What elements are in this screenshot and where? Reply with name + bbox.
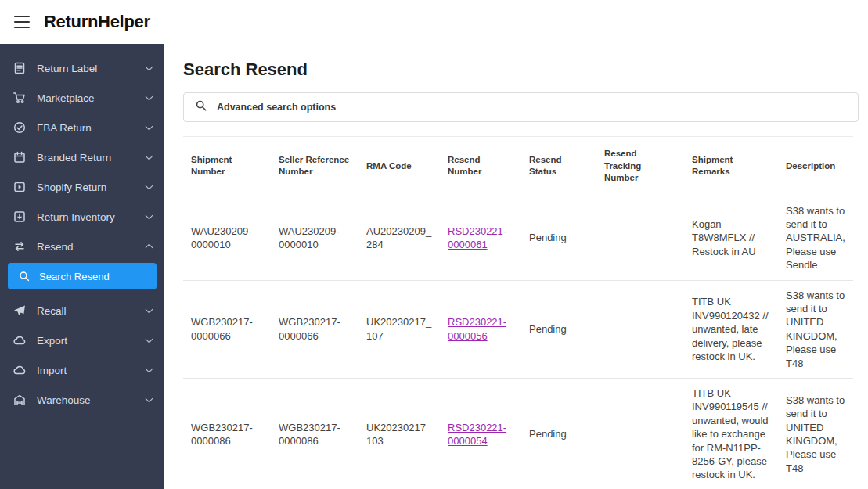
resend-table: Shipment NumberSeller Reference NumberRM… [183, 136, 853, 489]
cell-resend-status: Pending [521, 379, 596, 489]
col-header-resend-number: Resend Number [440, 137, 521, 196]
table-row: WGB230217-0000086WGB230217-0000086UK2023… [183, 379, 853, 489]
main-content: Search Resend Advanced search options Sh… [164, 44, 868, 489]
resend-table-wrap: Shipment NumberSeller Reference NumberRM… [183, 136, 863, 489]
import-cloud-icon [13, 363, 27, 377]
marketplace-cart-icon [13, 91, 27, 105]
chevron-down-icon [146, 306, 153, 314]
sidebar-item-export[interactable]: Export [0, 325, 164, 355]
export-cloud-icon [13, 333, 27, 347]
sidebar-item-label: Marketplace [37, 92, 95, 104]
chevron-down-icon [146, 212, 153, 220]
cell-seller-reference-number: WGB230217-0000066 [271, 280, 358, 378]
advanced-search-bar[interactable]: Advanced search options [183, 92, 859, 122]
resend-number-link[interactable]: RSD230221-0000061 [448, 225, 506, 250]
sidebar-item-label: Export [37, 335, 67, 347]
cell-shipment-number: WAU230209-0000010 [183, 196, 271, 280]
topbar: ReturnHelper [0, 0, 868, 44]
table-row: WGB230217-0000066WGB230217-0000066UK2023… [183, 280, 853, 378]
sidebar-item-fba-return[interactable]: FBA Return [0, 113, 164, 142]
sidebar-item-shopify-return[interactable]: Shopify Return [0, 172, 164, 202]
resend-number-link[interactable]: RSD230221-0000054 [448, 422, 506, 447]
sidebar-item-label: Return Inventory [37, 211, 115, 223]
cell-resend-number: RSD230221-0000054 [440, 379, 521, 489]
return-label-icon [13, 61, 27, 75]
sidebar-item-recall[interactable]: Recall [0, 296, 164, 325]
recall-plane-icon [13, 304, 27, 318]
chevron-down-icon [146, 182, 153, 190]
sidebar-item-label: Branded Return [37, 152, 111, 164]
chevron-down-icon [146, 93, 153, 101]
advanced-search-label: Advanced search options [217, 102, 336, 113]
chevron-up-icon [146, 244, 153, 252]
sidebar-item-return-inventory[interactable]: Return Inventory [0, 202, 164, 232]
col-header-shipment-number: Shipment Number [183, 137, 271, 196]
col-header-seller-reference-number: Seller Reference Number [271, 137, 358, 196]
sidebar-item-resend[interactable]: Resend [0, 232, 164, 261]
table-body: WAU230209-0000010WAU230209-0000010AU2023… [183, 196, 853, 489]
sidebar-item-label: Resend [37, 241, 74, 253]
cell-resend-status: Pending [521, 196, 596, 280]
cell-seller-reference-number: WGB230217-0000086 [271, 379, 358, 489]
sidebar-item-label: Recall [37, 305, 67, 317]
sidebar-item-import[interactable]: Import [0, 355, 164, 385]
shopify-return-icon [13, 180, 27, 194]
cell-shipment-remarks: TITB UK INV990120432 // unwanted, late d… [684, 280, 778, 378]
col-header-resend-status: Resend Status [521, 137, 596, 196]
col-header-shipment-remarks: Shipment Remarks [684, 137, 778, 196]
sidebar-item-label: Warehouse [37, 394, 91, 406]
warehouse-icon [13, 393, 27, 407]
sidebar-item-branded-return[interactable]: Branded Return [0, 142, 164, 172]
app-logo: ReturnHelper [44, 12, 150, 32]
sidebar-item-label: Import [37, 365, 67, 376]
cell-shipment-remarks: TITB UK INV990119545 // unwanted, would … [684, 379, 778, 489]
cell-rma-code: UK20230217_103 [358, 379, 440, 489]
col-header-resend-tracking-number: Resend Tracking Number [596, 137, 684, 196]
sidebar-item-warehouse[interactable]: Warehouse [0, 385, 164, 415]
layout: Return LabelMarketplaceFBA ReturnBranded… [0, 44, 868, 489]
chevron-down-icon [146, 63, 153, 71]
cell-description: S38 wants to send it to UNITED KINGDOM, … [778, 280, 853, 378]
branded-return-icon [13, 150, 27, 164]
resend-icon [13, 239, 27, 253]
sidebar-subitem-label: Search Resend [39, 271, 110, 282]
cell-resend-tracking-number [596, 280, 684, 378]
sidebar-subitem-search-resend-active[interactable]: Search Resend [8, 263, 157, 289]
return-inventory-icon [13, 210, 27, 224]
chevron-down-icon [146, 336, 153, 343]
fba-return-icon [13, 120, 27, 135]
sidebar-item-label: Return Label [37, 63, 97, 74]
hamburger-menu-icon[interactable] [14, 16, 30, 28]
cell-shipment-number: WGB230217-0000066 [183, 280, 271, 378]
chevron-down-icon [146, 153, 153, 160]
cell-rma-code: UK20230217_107 [358, 280, 440, 378]
chevron-down-icon [146, 395, 153, 403]
col-header-rma-code: RMA Code [358, 137, 440, 196]
chevron-down-icon [146, 123, 153, 131]
chevron-down-icon [146, 365, 153, 373]
cell-seller-reference-number: WAU230209-0000010 [271, 196, 358, 280]
cell-resend-tracking-number [596, 379, 684, 489]
sidebar-item-marketplace[interactable]: Marketplace [0, 83, 164, 113]
resend-number-link[interactable]: RSD230221-0000056 [448, 316, 506, 341]
cell-description: S38 wants to send it to AUSTRALIA, Pleas… [778, 196, 853, 280]
cell-description: S38 wants to send it to UNITED KINGDOM, … [778, 379, 853, 489]
cell-shipment-remarks: Kogan T8W8MFLX // Restock in AU [684, 196, 778, 280]
col-header-description: Description [778, 137, 853, 196]
cell-resend-status: Pending [521, 280, 596, 378]
table-row: WAU230209-0000010WAU230209-0000010AU2023… [183, 196, 853, 280]
sidebar-item-return-label[interactable]: Return Label [0, 53, 164, 83]
cell-rma-code: AU20230209_284 [358, 196, 440, 280]
sidebar-item-label: FBA Return [37, 122, 92, 134]
search-icon [195, 99, 207, 115]
page-title: Search Resend [183, 59, 863, 80]
cell-resend-number: RSD230221-0000056 [440, 280, 521, 378]
sidebar: Return LabelMarketplaceFBA ReturnBranded… [0, 44, 164, 489]
cell-shipment-number: WGB230217-0000086 [183, 379, 271, 489]
table-header-row: Shipment NumberSeller Reference NumberRM… [183, 137, 853, 196]
search-icon [17, 269, 31, 283]
cell-resend-tracking-number [596, 196, 684, 280]
sidebar-item-label: Shopify Return [37, 182, 106, 193]
cell-resend-number: RSD230221-0000061 [440, 196, 521, 280]
